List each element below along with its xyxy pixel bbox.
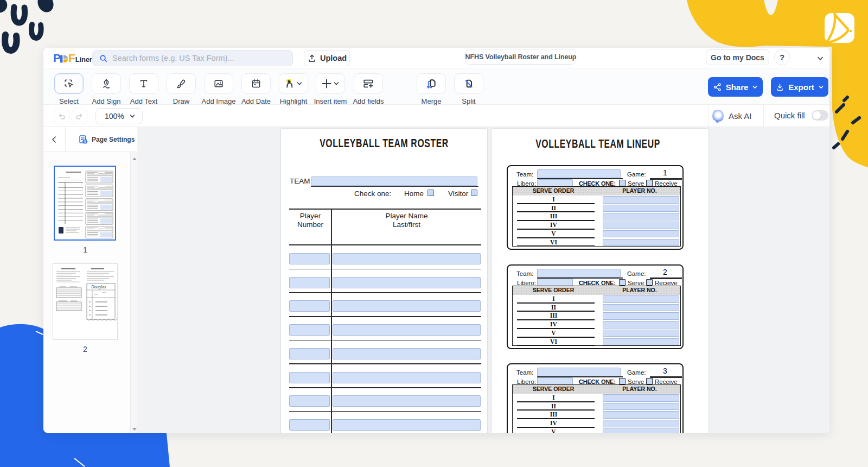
receive-checkbox[interactable] xyxy=(646,180,653,186)
undo-button[interactable] xyxy=(54,109,69,124)
lineup-team-field[interactable] xyxy=(537,368,621,376)
player-name-field[interactable] xyxy=(333,372,481,383)
serve-order-line xyxy=(517,409,595,411)
tool-select-button[interactable]: Select xyxy=(54,73,84,94)
player-no-field[interactable] xyxy=(603,338,679,346)
serve-order-line xyxy=(517,401,595,402)
receive-checkbox[interactable] xyxy=(646,279,653,286)
visitor-checkbox[interactable] xyxy=(471,190,477,196)
player-no-field[interactable] xyxy=(603,428,679,433)
scroll-up-icon[interactable] xyxy=(132,157,137,160)
page-thumbnail-1[interactable] xyxy=(54,166,116,241)
tool-split-button[interactable]: Split xyxy=(454,73,483,94)
serve-order-numeral: V xyxy=(517,428,590,433)
player-no-field[interactable] xyxy=(603,222,679,229)
player-no-field[interactable] xyxy=(603,230,679,238)
tool-label: Draw xyxy=(173,97,189,105)
pdf-page-lineup[interactable]: VOLLEYBALL TEAM LINEUPTeam: Game: 1 Libe… xyxy=(492,129,709,433)
player-no-field[interactable] xyxy=(603,330,679,337)
pdf-page-roster[interactable]: VOLLEYBALL TEAM ROSTER TEAM Check one: H… xyxy=(281,129,487,433)
serve-order-numeral: I xyxy=(517,394,590,401)
player-no-field[interactable] xyxy=(603,321,679,329)
player-number-field[interactable] xyxy=(289,372,330,383)
serve-order-line xyxy=(517,319,595,320)
player-number-field[interactable] xyxy=(289,395,330,407)
logo-text-f: F xyxy=(68,52,75,65)
player-no-field[interactable] xyxy=(603,239,679,247)
search-icon xyxy=(99,54,108,63)
tool-add-text-button[interactable]: Add Text xyxy=(129,73,158,94)
player-name-field[interactable] xyxy=(333,395,481,407)
ask-ai-button[interactable]: Ask AI xyxy=(712,110,752,122)
tool-draw-button[interactable]: Draw xyxy=(167,73,196,94)
player-no-field[interactable] xyxy=(603,394,679,402)
export-button[interactable]: Export xyxy=(771,77,828,97)
home-checkbox[interactable] xyxy=(427,190,434,196)
scroll-down-icon[interactable] xyxy=(132,428,137,431)
zoom-select[interactable]: 100% xyxy=(95,108,143,124)
tool-add-fields-button[interactable]: Add fields xyxy=(354,73,383,94)
tool-add-date-box xyxy=(241,73,271,94)
pdfliner-logo[interactable]: P F Liner xyxy=(53,52,92,65)
search-input[interactable]: Search forms (e.g. US Tax Form)... xyxy=(92,50,293,66)
player-no-field[interactable] xyxy=(603,312,679,320)
serve-checkbox[interactable] xyxy=(619,279,626,286)
player-name-field[interactable] xyxy=(333,277,481,288)
player-name-field[interactable] xyxy=(333,348,481,359)
player-name-field[interactable] xyxy=(333,300,481,312)
logo-text-liner: Liner xyxy=(75,55,92,64)
quick-fill-toggle[interactable] xyxy=(812,110,828,121)
player-number-field[interactable] xyxy=(289,300,330,312)
tool-add-sign-button[interactable]: Add Sign xyxy=(92,73,121,94)
tool-merge-button[interactable]: Merge xyxy=(417,73,446,94)
receive-checkbox[interactable] xyxy=(646,378,653,384)
player-number-field[interactable] xyxy=(289,419,330,431)
player-no-field[interactable] xyxy=(603,420,679,427)
serve-order-numeral: II xyxy=(517,403,590,409)
team-field[interactable] xyxy=(311,176,477,186)
header-chevron-down-icon[interactable] xyxy=(816,55,824,62)
player-name-field[interactable] xyxy=(333,324,481,336)
upload-button[interactable]: Upload xyxy=(304,50,350,66)
tool-add-date-button[interactable]: Add Date xyxy=(241,73,271,94)
player-no-field[interactable] xyxy=(603,295,679,303)
player-number-field[interactable] xyxy=(289,253,330,264)
page-thumbnail-2[interactable]: Douglas xyxy=(53,263,118,340)
lineup-game-label: Game: xyxy=(627,270,646,277)
player-no-field[interactable] xyxy=(603,196,679,204)
row-line xyxy=(289,363,481,364)
collapse-sidebar-button[interactable] xyxy=(43,127,66,152)
player-name-field[interactable] xyxy=(333,253,481,264)
table-line xyxy=(289,244,481,245)
page-settings-tab[interactable]: Page Settings xyxy=(66,127,137,152)
player-name-field[interactable] xyxy=(333,419,481,431)
help-button[interactable]: ? xyxy=(774,49,790,65)
document-title[interactable]: NFHS Volleyball Roster and Lineup xyxy=(465,49,576,65)
redo-button[interactable] xyxy=(72,109,87,124)
serve-order-numeral: V xyxy=(517,230,590,237)
player-no-field[interactable] xyxy=(603,411,679,419)
lineup-team-field[interactable] xyxy=(537,269,621,277)
tool-insert-item-button[interactable]: Insert item xyxy=(316,73,345,94)
lineup-team-field[interactable] xyxy=(537,169,621,178)
serve-checkbox[interactable] xyxy=(619,378,626,384)
player-number-field[interactable] xyxy=(289,324,330,336)
sidebar-scrollbar[interactable] xyxy=(130,152,137,433)
share-button[interactable]: Share xyxy=(708,77,763,97)
player-no-field[interactable] xyxy=(603,403,679,411)
add-date-icon xyxy=(251,78,261,89)
player-number-field[interactable] xyxy=(289,277,330,288)
tool-add-text-box xyxy=(129,73,158,94)
tool-label: Highlight xyxy=(280,97,308,105)
serve-order-line xyxy=(517,328,595,329)
tool-add-image-button[interactable]: Add Image xyxy=(204,73,233,94)
team-underline xyxy=(311,186,478,187)
player-no-field[interactable] xyxy=(603,213,679,220)
tool-highlight-button[interactable]: Highlight xyxy=(279,73,308,94)
player-number-field[interactable] xyxy=(289,348,330,359)
page-settings-label: Page Settings xyxy=(92,136,135,143)
serve-checkbox[interactable] xyxy=(619,180,626,186)
player-no-field[interactable] xyxy=(603,205,679,212)
player-no-field[interactable] xyxy=(603,304,679,312)
go-to-my-docs-button[interactable]: Go to my Docs xyxy=(706,49,769,65)
